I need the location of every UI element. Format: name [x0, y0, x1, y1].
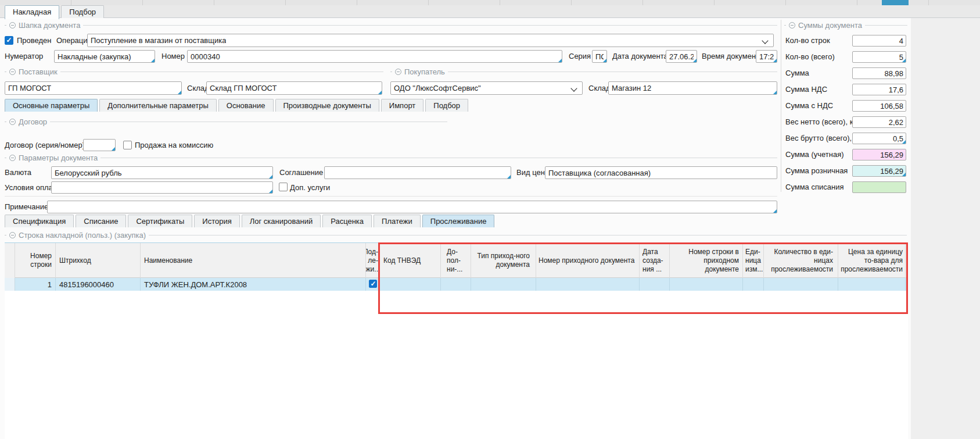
sum-field-ves-brutto[interactable]: 0,5	[852, 133, 906, 144]
tab-osnovnye-parametry[interactable]: Основные параметры	[5, 99, 98, 112]
agreement-label: Соглашение	[279, 166, 323, 179]
col-kolichestvo[interactable]: Количество в еди-ницах прослеживаемости	[764, 243, 838, 278]
agreement-field[interactable]	[324, 166, 511, 179]
collapse-icon[interactable]	[9, 69, 16, 75]
komissiya-label: Продажа на комиссию	[135, 139, 213, 152]
dop-uslugi-label: Доп. услуги	[290, 181, 330, 194]
numerator-field[interactable]: Накладные (закупка)	[54, 50, 155, 63]
collapse-icon[interactable]	[9, 22, 16, 28]
tab-proizvodnye-dokumenty[interactable]: Производные документы	[275, 99, 379, 112]
sum-label-summa: Сумма	[785, 67, 809, 79]
collapse-icon[interactable]	[789, 22, 795, 28]
doc-time-field[interactable]: 17:23	[756, 50, 777, 63]
cell-nomer-prihodnogo	[536, 278, 640, 291]
col-cena[interactable]: Цена за единицу то-вара для прослеживаем…	[838, 243, 906, 278]
sum-label-ves-brutto: Вес брутто (всего), кг	[785, 133, 860, 144]
sum-field-summa-spisaniya[interactable]	[852, 181, 906, 193]
series-field[interactable]: ПС	[592, 50, 607, 63]
tab-osnovanie[interactable]: Основание	[218, 99, 274, 112]
sum-field-kolvo-strok[interactable]: 4	[852, 35, 906, 47]
dogovor-number-field[interactable]	[83, 139, 116, 151]
supplier-sklad-field[interactable]: Склад ГП МОГОСТ	[206, 81, 382, 95]
col-dopolnitelno[interactable]: До-пол-ни-...	[441, 243, 471, 278]
collapse-icon[interactable]	[9, 155, 16, 161]
table-row[interactable]: 1 4815196000460 ТУФЛИ ЖЕН.ДОМ.АРТ.К2008	[5, 278, 908, 291]
price-type-field[interactable]: Поставщика (согласованная)	[545, 166, 777, 179]
tab-dopolnitelnye-parametry[interactable]: Дополнительные параметры	[99, 99, 217, 112]
dop-uslugi-checkbox[interactable]	[279, 183, 288, 191]
sum-field-kolvo-vsego[interactable]: 5	[852, 51, 906, 63]
tab-podbor-top[interactable]: Подбор	[61, 5, 104, 18]
operation-combobox[interactable]: Поступление в магазин от поставщика	[87, 34, 774, 47]
currency-field[interactable]: Белорусский рубль	[51, 166, 273, 179]
col-podlezhit[interactable]: Под-ле-жи..	[366, 243, 380, 278]
tab-log-skanirovaniy[interactable]: Лог сканирований	[242, 215, 321, 227]
row-indicator-gutter	[5, 243, 15, 278]
col-naimenovanie[interactable]: Наименование	[141, 243, 366, 278]
buyer-sklad-field[interactable]: Магазин 12	[608, 81, 777, 95]
group-header-postavshchik: Поставщик	[5, 67, 383, 76]
sum-field-summa-nds[interactable]: 17,6	[852, 84, 906, 95]
collapse-icon[interactable]	[9, 232, 16, 238]
operation-label: Операция	[56, 34, 92, 47]
tab-istoriya[interactable]: История	[194, 215, 239, 227]
payment-terms-field[interactable]	[51, 181, 273, 194]
tab-import[interactable]: Импорт	[381, 99, 423, 112]
supplier-sklad-label: Склад	[187, 81, 209, 95]
note-label: Примечание	[5, 201, 48, 213]
col-edinica-izm[interactable]: Еди-ница изм...	[743, 243, 764, 278]
chevron-down-icon[interactable]	[762, 37, 768, 44]
col-shtrihkod[interactable]: Штрихкод	[56, 243, 141, 278]
detail-tabs: Спецификация Списание Сертификаты Истори…	[5, 215, 494, 227]
chevron-down-icon[interactable]	[570, 85, 577, 91]
col-kod-tnved[interactable]: Код ТНВЭД	[380, 243, 441, 278]
tab-specifikaciya[interactable]: Спецификация	[5, 215, 74, 227]
tab-nakladnaya[interactable]: Накладная	[5, 5, 59, 19]
sums-panel-divider	[781, 20, 781, 192]
price-type-label: Вид цен	[516, 166, 545, 179]
col-nomer-stroki-prihod[interactable]: Номер строки в приходном документе	[670, 243, 743, 278]
parameter-tabs: Основные параметры Дополнительные параме…	[5, 99, 468, 112]
podlezhit-checkbox[interactable]	[369, 280, 377, 288]
doc-date-field[interactable]: 27.06.24	[666, 50, 697, 63]
group-title: Шапка документа	[19, 21, 80, 30]
note-field[interactable]	[47, 201, 777, 213]
sum-label-summa-nds: Сумма НДС	[785, 84, 827, 95]
group-header-dogovor: Договор	[5, 117, 447, 126]
group-header-pokupatel: Покупатель	[390, 67, 777, 76]
window-fragment-blue	[882, 0, 909, 5]
tab-rascenka[interactable]: Расценка	[322, 215, 372, 227]
number-field[interactable]: 0000340	[187, 50, 562, 63]
sum-field-summa-uchetnaya[interactable]: 156,29	[852, 149, 906, 160]
cell-data-sozdaniya	[640, 278, 670, 291]
tab-sertifikaty[interactable]: Сертификаты	[128, 215, 192, 227]
supplier-field[interactable]: ГП МОГОСТ	[5, 81, 182, 95]
grid-header: Номер строки Штрихкод Наименование Под-л…	[5, 243, 908, 278]
sum-label-summa-spisaniya: Сумма списания	[785, 181, 843, 193]
col-tip-prihodnogo[interactable]: Тип приход-ного документа	[471, 243, 536, 278]
col-nomer-stroki[interactable]: Номер строки	[15, 243, 56, 278]
sum-field-ves-netto[interactable]: 2,62	[852, 116, 906, 128]
cell-shtrihkod: 4815196000460	[56, 278, 141, 291]
group-header-shapka: Шапка документа	[5, 21, 777, 30]
tab-podbor[interactable]: Подбор	[425, 99, 468, 112]
collapse-icon[interactable]	[9, 119, 16, 125]
tab-proslezhivanie[interactable]: Прослеживание	[422, 215, 495, 227]
sum-label-summa-uchetnaya: Сумма (учетная)	[785, 149, 844, 160]
tab-spisanie[interactable]: Списание	[76, 215, 126, 227]
komissiya-checkbox[interactable]	[123, 141, 132, 149]
buyer-combobox[interactable]: ОДО "ЛюксСофтСервис"	[390, 81, 583, 95]
group-header-parametry: Параметры документа	[5, 154, 777, 162]
cell-nomer-stroki-prihod	[670, 278, 743, 291]
sum-field-summa-roznichnaya[interactable]: 156,29	[852, 165, 906, 177]
background-window-strip	[0, 0, 980, 5]
tab-platezhi[interactable]: Платежи	[374, 215, 421, 227]
col-data-sozdaniya[interactable]: Дата созда-ния ...	[640, 243, 670, 278]
col-nomer-prihodnogo[interactable]: Номер приходного документа	[536, 243, 640, 278]
app-window: Накладная Подбор Шапка документа Проведе…	[0, 0, 980, 439]
sum-field-summa-s-nds[interactable]: 106,58	[852, 100, 906, 112]
collapse-icon[interactable]	[395, 69, 401, 75]
sum-label-ves-netto: Вес нетто (всего), кг	[785, 116, 856, 128]
sum-field-summa[interactable]: 88,98	[852, 67, 906, 79]
proveden-checkbox[interactable]	[5, 36, 13, 45]
